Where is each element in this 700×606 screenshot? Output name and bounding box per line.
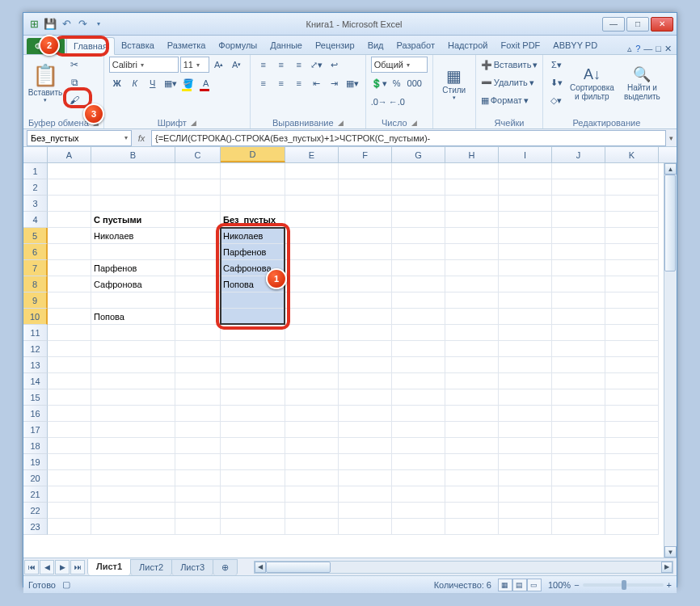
- qat-more-icon[interactable]: ▾: [91, 17, 106, 32]
- macro-record-icon[interactable]: ▢: [62, 579, 70, 590]
- doc-restore-button[interactable]: □: [626, 17, 649, 32]
- pagebreak-view-button[interactable]: ▭: [527, 579, 542, 591]
- cell-D19[interactable]: [221, 454, 285, 470]
- cell-A18[interactable]: [48, 438, 91, 454]
- fill-color-button[interactable]: 🪣: [180, 75, 196, 91]
- cell-A12[interactable]: [48, 341, 91, 357]
- cell-G18[interactable]: [392, 438, 445, 454]
- cell-G15[interactable]: [392, 389, 445, 406]
- cell-H7[interactable]: [445, 260, 499, 276]
- col-header-G[interactable]: G: [392, 147, 445, 162]
- normal-view-button[interactable]: ▦: [498, 579, 512, 591]
- cell-I17[interactable]: [499, 422, 552, 438]
- cut-button[interactable]: ✂: [65, 57, 83, 73]
- clear-icon[interactable]: ◇▾: [548, 92, 564, 108]
- cell-H6[interactable]: [445, 244, 499, 260]
- cell-I8[interactable]: [499, 276, 552, 292]
- cell-E3[interactable]: [285, 196, 339, 212]
- row-header-14[interactable]: 14: [23, 373, 48, 389]
- cell-K10[interactable]: [605, 309, 659, 325]
- cell-I21[interactable]: [499, 486, 552, 503]
- merge-icon[interactable]: ▦▾: [344, 75, 361, 91]
- paste-button[interactable]: 📋 Вставить ▾: [28, 57, 62, 110]
- cell-I7[interactable]: [499, 260, 552, 276]
- font-color-button[interactable]: A: [198, 75, 214, 91]
- save-icon[interactable]: 💾: [43, 17, 57, 32]
- cell-J10[interactable]: [552, 309, 605, 325]
- row-header-12[interactable]: 12: [23, 341, 48, 357]
- cell-G7[interactable]: [392, 260, 445, 276]
- cell-E15[interactable]: [285, 389, 339, 406]
- tab-вставка[interactable]: Вставка: [115, 37, 161, 54]
- cell-E5[interactable]: [285, 228, 339, 244]
- cell-D21[interactable]: [221, 486, 285, 503]
- cell-I9[interactable]: [499, 292, 552, 309]
- cell-G14[interactable]: [392, 373, 445, 389]
- row-header-6[interactable]: 6: [23, 244, 48, 260]
- cell-K8[interactable]: [605, 276, 659, 292]
- cell-J1[interactable]: [552, 163, 605, 179]
- dec-decimal-icon[interactable]: ←.0: [389, 94, 405, 110]
- cell-D13[interactable]: [221, 357, 285, 373]
- cell-D17[interactable]: [221, 422, 285, 438]
- tab-abbyy pd[interactable]: ABBYY PD: [546, 37, 604, 54]
- cell-K5[interactable]: [605, 228, 659, 244]
- cell-J8[interactable]: [552, 276, 605, 292]
- cell-A13[interactable]: [48, 357, 91, 373]
- cell-J4[interactable]: [552, 212, 605, 228]
- undo-icon[interactable]: ↶: [59, 17, 74, 32]
- cell-B16[interactable]: [91, 406, 175, 422]
- cell-F5[interactable]: [339, 228, 392, 244]
- tab-nav-next-icon[interactable]: ▶: [55, 560, 70, 574]
- cell-K19[interactable]: [605, 454, 659, 470]
- app-max-icon[interactable]: □: [656, 44, 661, 54]
- cell-J16[interactable]: [552, 406, 605, 422]
- col-header-K[interactable]: K: [605, 147, 659, 162]
- cell-A23[interactable]: [48, 519, 91, 535]
- cell-F23[interactable]: [339, 519, 392, 535]
- cell-F22[interactable]: [339, 503, 392, 519]
- cell-C5[interactable]: [175, 228, 221, 244]
- cell-B13[interactable]: [91, 357, 175, 373]
- cell-B15[interactable]: [91, 389, 175, 406]
- cell-F2[interactable]: [339, 179, 392, 196]
- cell-B4[interactable]: С пустыми: [91, 212, 175, 228]
- cell-G21[interactable]: [392, 486, 445, 503]
- cell-I22[interactable]: [499, 503, 552, 519]
- cell-H2[interactable]: [445, 179, 499, 196]
- select-all-corner[interactable]: [23, 147, 48, 162]
- cell-J22[interactable]: [552, 503, 605, 519]
- font-name-combo[interactable]: Calibri▾: [109, 57, 179, 73]
- cell-I15[interactable]: [499, 389, 552, 406]
- cell-B3[interactable]: [91, 196, 175, 212]
- cell-G6[interactable]: [392, 244, 445, 260]
- align-launcher-icon[interactable]: ◢: [338, 119, 344, 127]
- currency-icon[interactable]: 💲▾: [371, 75, 387, 91]
- cell-K1[interactable]: [605, 163, 659, 179]
- cell-K15[interactable]: [605, 389, 659, 406]
- bold-button[interactable]: Ж: [109, 75, 125, 91]
- cell-D6[interactable]: Парфенов: [221, 244, 285, 260]
- sort-filter-button[interactable]: A↓ Сортировка и фильтр: [567, 57, 616, 110]
- cell-A19[interactable]: [48, 454, 91, 470]
- cell-F3[interactable]: [339, 196, 392, 212]
- cell-H21[interactable]: [445, 486, 499, 503]
- cell-B14[interactable]: [91, 373, 175, 389]
- cell-G17[interactable]: [392, 422, 445, 438]
- cell-G5[interactable]: [392, 228, 445, 244]
- underline-button[interactable]: Ч: [145, 75, 161, 91]
- wrap-text-icon[interactable]: ↩: [327, 57, 343, 73]
- autosum-icon[interactable]: Σ▾: [548, 57, 564, 73]
- cell-H12[interactable]: [445, 341, 499, 357]
- cell-C7[interactable]: [175, 260, 221, 276]
- cell-F9[interactable]: [339, 292, 392, 309]
- cell-A15[interactable]: [48, 389, 91, 406]
- row-header-5[interactable]: 5: [23, 228, 48, 244]
- cell-C4[interactable]: [175, 212, 221, 228]
- cell-C9[interactable]: [175, 292, 221, 309]
- cell-H11[interactable]: [445, 325, 499, 341]
- cell-D22[interactable]: [221, 503, 285, 519]
- align-center-icon[interactable]: ≡: [273, 75, 289, 91]
- cell-C19[interactable]: [175, 454, 221, 470]
- cell-K17[interactable]: [605, 422, 659, 438]
